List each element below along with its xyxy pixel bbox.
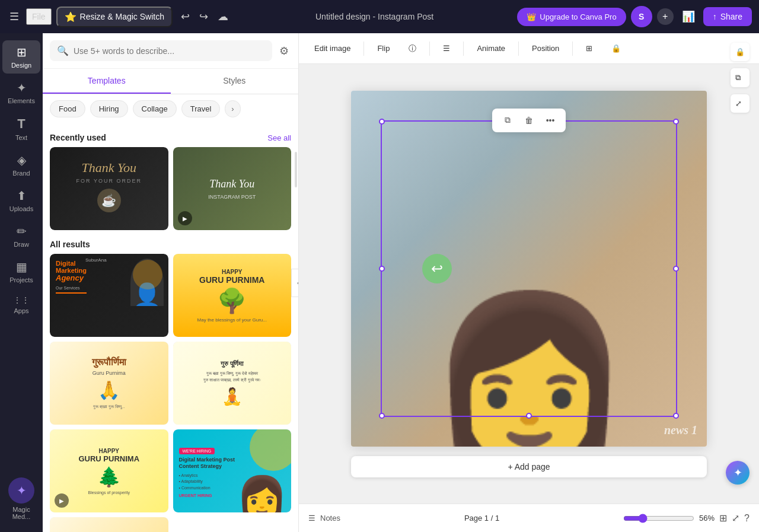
- more-float-button[interactable]: •••: [542, 112, 559, 129]
- template-thumb: DigitalMarketingAgency Our Services 👤 Su…: [50, 254, 168, 337]
- topbar-right: 👑 Upgrade to Canva Pro S + 📊 ↑ Share: [517, 6, 752, 27]
- sidebar-item-label: Uploads: [9, 205, 33, 212]
- menu-icon[interactable]: ☰: [7, 8, 21, 26]
- file-button[interactable]: File: [26, 8, 52, 25]
- tag-food[interactable]: Food: [50, 100, 85, 117]
- template-thumb: Thank You INSTAGRAM POST ▶: [173, 147, 292, 230]
- sidebar-item-apps[interactable]: ⋮⋮ Apps: [2, 291, 40, 319]
- canvas-toolbar: Edit image Flip ⓘ ☰ Animate Position: [299, 33, 759, 64]
- magic-switch-button[interactable]: ⭐ Resize & Magic Switch: [56, 7, 173, 27]
- tag-more[interactable]: ›: [225, 100, 240, 117]
- sidebar-item-projects[interactable]: ▦ Projects: [2, 255, 40, 288]
- flip-button[interactable]: Flip: [371, 40, 396, 56]
- transparency-button[interactable]: ⊞: [580, 40, 598, 56]
- animate-button[interactable]: Animate: [471, 40, 511, 56]
- fullscreen-button[interactable]: ⤢: [732, 512, 739, 524]
- search-input[interactable]: [74, 46, 265, 56]
- edit-image-button[interactable]: Edit image: [308, 40, 356, 56]
- sidebar-item-magic[interactable]: ✦ Magic Med...: [2, 473, 40, 525]
- sidebar-item-brand[interactable]: ◈ Brand: [2, 148, 40, 181]
- template-card-thankyou1[interactable]: Thank You FOR YOUR ORDER ☕: [50, 147, 168, 230]
- see-all-link[interactable]: See all: [267, 133, 291, 142]
- template-card-guru5[interactable]: HAPPY Guru Purnima 🌳 May the divine ligh…: [50, 517, 168, 532]
- template-thumb: WE'RE HIRING Digital Marketing PostConte…: [173, 429, 292, 512]
- add-button[interactable]: +: [657, 8, 674, 25]
- notes-button[interactable]: ☰ Notes: [308, 514, 340, 523]
- template-card-guru2[interactable]: गुरूपौर्णिमा Guru Purnima 🙏 गुरू ब्रह्मा…: [50, 342, 168, 425]
- duplicate-float-button[interactable]: ⧉: [499, 112, 516, 129]
- sidebar-item-uploads[interactable]: ⬆ Uploads: [2, 184, 40, 217]
- undo-button[interactable]: ↩: [177, 7, 193, 27]
- upgrade-button[interactable]: 👑 Upgrade to Canva Pro: [517, 8, 626, 26]
- animate-label: Animate: [477, 44, 505, 53]
- sidebar-item-label: Elements: [8, 97, 35, 104]
- tag-collage[interactable]: Collage: [133, 100, 177, 117]
- template-card-thankyou2[interactable]: Thank You INSTAGRAM POST ▶: [173, 147, 292, 230]
- grid-view-button[interactable]: ⊞: [719, 512, 727, 524]
- cursor-icon: ↩: [431, 260, 443, 277]
- cloud-save-button[interactable]: ☁: [214, 7, 232, 27]
- magic-switch-label: Resize & Magic Switch: [80, 12, 164, 21]
- projects-icon: ▦: [16, 260, 27, 274]
- redo-button[interactable]: ↪: [196, 7, 212, 27]
- help-button[interactable]: ?: [744, 513, 750, 524]
- ai-assistant-button[interactable]: ✦: [726, 461, 750, 485]
- panel-search: 🔍 ⚙: [43, 33, 298, 69]
- tag-hiring[interactable]: Hiring: [90, 100, 128, 117]
- magic-cursor: ↩: [422, 254, 452, 283]
- add-page-container: + Add page: [351, 456, 707, 477]
- sidebar-item-elements[interactable]: ✦ Elements: [2, 76, 40, 109]
- sidebar-item-design[interactable]: ⊞ Design: [2, 40, 40, 74]
- design-icon: ⊞: [17, 45, 27, 59]
- info-button[interactable]: ⓘ: [403, 40, 422, 58]
- magic-media-icon: ✦: [8, 477, 34, 504]
- document-title: Untitled design - Instagram Post: [237, 12, 512, 21]
- tag-travel[interactable]: Travel: [181, 100, 221, 117]
- lock-toolbar-button[interactable]: 🔒: [605, 40, 627, 56]
- menu-button[interactable]: ☰: [437, 40, 456, 56]
- recently-used-title: Recently used: [50, 133, 106, 142]
- draw-icon: ✏: [17, 224, 27, 238]
- upgrade-label: Upgrade to Canva Pro: [540, 12, 616, 21]
- info-icon: ⓘ: [409, 43, 416, 54]
- tab-templates[interactable]: Templates: [43, 69, 171, 94]
- text-icon: T: [17, 116, 25, 132]
- template-card-guru3[interactable]: गुरु पूर्णिमा गुरू बह्मा गुरू विष्णु, गु…: [173, 342, 292, 425]
- template-thumb: गुरूपौर्णिमा Guru Purnima 🙏 गुरू ब्रह्मा…: [50, 342, 168, 425]
- share-button[interactable]: ↑ Share: [703, 7, 752, 26]
- all-results-section: All results: [50, 240, 291, 249]
- tag-row: Food Hiring Collage Travel ›: [43, 94, 298, 123]
- sidebar-item-label: Magic Med...: [6, 506, 37, 520]
- avatar[interactable]: S: [631, 6, 652, 27]
- template-thumb: HAPPY GURU PURNIMA 🌲 Blessings of prospe…: [50, 429, 168, 512]
- zoom-slider[interactable]: [623, 514, 694, 523]
- template-card-guru4[interactable]: HAPPY GURU PURNIMA 🌲 Blessings of prospe…: [50, 429, 168, 512]
- recently-used-grid: Thank You FOR YOUR ORDER ☕ Thank You INS…: [50, 147, 291, 230]
- sidebar-item-draw[interactable]: ✏ Draw: [2, 219, 40, 253]
- search-bar[interactable]: 🔍: [50, 40, 272, 61]
- sidebar-item-label: Text: [15, 134, 27, 141]
- all-results-title: All results: [50, 240, 90, 249]
- delete-float-button[interactable]: 🗑: [521, 112, 537, 129]
- canvas-container: 👩 news 1: [351, 91, 707, 477]
- analytics-icon[interactable]: 📊: [678, 7, 699, 27]
- expand-canvas-button[interactable]: ⤢: [731, 94, 750, 113]
- add-page-button[interactable]: + Add page: [351, 456, 707, 477]
- sidebar-item-label: Design: [11, 62, 31, 69]
- filter-button[interactable]: ⚙: [277, 42, 291, 60]
- template-card-guru1[interactable]: HAPPY GURU PURNIMA 🌳 May the blessings o…: [173, 254, 292, 337]
- position-button[interactable]: Position: [526, 40, 565, 56]
- topbar-left: ☰ File ⭐ Resize & Magic Switch ↩ ↪ ☁: [7, 7, 232, 27]
- canvas-frame[interactable]: 👩 news 1: [351, 91, 707, 447]
- tab-styles[interactable]: Styles: [171, 69, 299, 94]
- template-card-digital[interactable]: DigitalMarketingAgency Our Services 👤 Su…: [50, 254, 168, 337]
- duplicate-canvas-button[interactable]: ⧉: [731, 68, 750, 87]
- sidebar-item-label: Draw: [14, 241, 29, 248]
- panel-hide-button[interactable]: ‹: [291, 269, 299, 297]
- flip-label: Flip: [377, 44, 390, 53]
- canvas-photo: 👩 news 1: [351, 91, 707, 447]
- sidebar-item-text[interactable]: T Text: [2, 112, 40, 146]
- scroll-thumb: [295, 152, 297, 187]
- template-card-hiring[interactable]: WE'RE HIRING Digital Marketing PostConte…: [173, 429, 292, 512]
- edit-image-label: Edit image: [314, 44, 350, 53]
